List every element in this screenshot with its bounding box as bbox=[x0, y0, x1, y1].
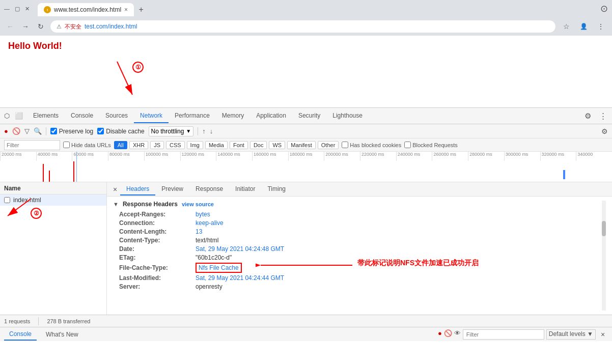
whats-new-tab-label[interactable]: What's New bbox=[41, 329, 84, 340]
ruler-mark: 80000 ms bbox=[108, 152, 144, 161]
filter-ws-btn[interactable]: WS bbox=[269, 141, 285, 149]
details-tab-timing[interactable]: Timing bbox=[261, 183, 292, 195]
back-btn[interactable]: ← bbox=[4, 20, 16, 33]
ruler-mark: 240000 ms bbox=[396, 152, 432, 161]
menu-btn[interactable]: ⋮ bbox=[594, 19, 608, 34]
tab-performance[interactable]: Performance bbox=[169, 109, 216, 123]
filter-other-btn[interactable]: Other bbox=[318, 141, 339, 149]
ruler-mark: 200000 ms bbox=[324, 152, 360, 161]
timeline-bar-3 bbox=[73, 161, 74, 182]
scrollbar-thumb[interactable] bbox=[602, 221, 606, 236]
filter-css-btn[interactable]: CSS bbox=[166, 141, 185, 149]
filter-manifest-btn[interactable]: Manifest bbox=[287, 141, 316, 149]
disable-cache-checkbox[interactable]: Disable cache bbox=[97, 128, 144, 135]
ruler-mark: 160000 ms bbox=[252, 152, 288, 161]
timeline-bar-1 bbox=[43, 164, 44, 182]
devtools-responsive-icon[interactable]: ⬜ bbox=[13, 111, 25, 121]
tab-console[interactable]: Console bbox=[65, 109, 99, 123]
tab-security[interactable]: Security bbox=[292, 109, 326, 123]
devtools-more-icon[interactable]: ⋮ bbox=[596, 110, 610, 122]
console-record-icon[interactable]: ● bbox=[438, 329, 442, 340]
forward-btn[interactable]: → bbox=[19, 20, 32, 33]
console-eye-icon[interactable]: 👁 bbox=[454, 329, 461, 340]
filter-icon[interactable]: ▽ bbox=[24, 127, 30, 135]
clear-btn[interactable]: 🚫 bbox=[12, 127, 20, 135]
search-icon[interactable]: 🔍 bbox=[34, 127, 42, 135]
preserve-log-checkbox[interactable]: Preserve log bbox=[50, 128, 93, 135]
header-row: Server: openresty bbox=[113, 283, 602, 290]
tab-title: www.test.com/index.html bbox=[54, 6, 121, 13]
refresh-btn[interactable]: ↻ bbox=[35, 20, 47, 33]
tab-favicon: t bbox=[44, 6, 51, 13]
svg-line-1 bbox=[117, 62, 132, 95]
details-scrollbar[interactable] bbox=[602, 201, 606, 311]
requests-count: 1 requests bbox=[4, 318, 30, 324]
status-divider bbox=[38, 317, 39, 325]
has-blocked-check[interactable]: Has blocked cookies bbox=[342, 142, 401, 148]
section-toggle-icon[interactable]: ▼ bbox=[113, 201, 119, 207]
close-btn[interactable]: ✕ bbox=[25, 6, 30, 12]
tab-lighthouse[interactable]: Lighthouse bbox=[326, 109, 369, 123]
filter-all-btn[interactable]: All bbox=[114, 141, 127, 149]
filter-xhr-btn[interactable]: XHR bbox=[129, 141, 148, 149]
network-settings-icon[interactable]: ⚙ bbox=[601, 127, 608, 135]
response-headers-title: ▼ Response Headers view source bbox=[113, 201, 602, 208]
tab-memory[interactable]: Memory bbox=[216, 109, 250, 123]
url-display: test.com/index.html bbox=[85, 23, 137, 30]
console-close-btn[interactable]: × bbox=[598, 329, 608, 340]
details-tab-preview[interactable]: Preview bbox=[155, 183, 189, 195]
throttle-select[interactable]: No throttling ▼ bbox=[149, 126, 194, 136]
filter-js-btn[interactable]: JS bbox=[150, 141, 164, 149]
tab-sources[interactable]: Sources bbox=[99, 109, 134, 123]
tab-elements[interactable]: Elements bbox=[27, 109, 65, 123]
timeline-bar-2 bbox=[49, 171, 50, 182]
ruler-mark: 140000 ms bbox=[216, 152, 252, 161]
filter-doc-btn[interactable]: Doc bbox=[250, 141, 267, 149]
annotation-circle-2: ② bbox=[31, 208, 42, 219]
filter-input[interactable] bbox=[4, 140, 60, 150]
timeline-bar-4 bbox=[563, 170, 565, 179]
tab-close-btn[interactable]: × bbox=[124, 6, 128, 13]
transferred-size: 278 B transferred bbox=[47, 318, 90, 324]
browser-tab[interactable]: t www.test.com/index.html × bbox=[38, 3, 134, 16]
blocked-requests-check[interactable]: Blocked Requests bbox=[404, 142, 458, 148]
console-filter-input[interactable] bbox=[463, 329, 544, 340]
url-secure-label: 不安全 bbox=[65, 23, 81, 31]
details-close-btn[interactable]: × bbox=[110, 184, 120, 194]
minimize-btn[interactable]: — bbox=[4, 6, 10, 12]
hide-data-urls-check[interactable]: Hide data URLs bbox=[63, 142, 111, 148]
details-tab-headers[interactable]: Headers bbox=[120, 183, 155, 195]
new-tab-btn[interactable]: + bbox=[134, 3, 148, 16]
details-tab-initiator[interactable]: Initiator bbox=[229, 183, 261, 195]
record-btn[interactable]: ● bbox=[4, 127, 8, 135]
maximize-btn[interactable]: ▢ bbox=[15, 6, 20, 12]
ruler-mark: 180000 ms bbox=[288, 152, 324, 161]
console-level-select[interactable]: Default levels ▼ bbox=[546, 329, 596, 340]
download-icon[interactable]: ↓ bbox=[210, 127, 213, 135]
console-block-icon[interactable]: 🚫 bbox=[444, 329, 452, 340]
profile-icon[interactable]: ⊙ bbox=[600, 3, 608, 14]
tab-network[interactable]: Network bbox=[134, 109, 169, 123]
ruler-mark: 340000 bbox=[576, 152, 612, 161]
upload-icon[interactable]: ↑ bbox=[202, 127, 206, 135]
ruler-mark: 120000 ms bbox=[180, 152, 216, 161]
header-row: Date: Sat, 29 May 2021 04:24:48 GMT bbox=[113, 245, 602, 253]
view-source-btn[interactable]: view source bbox=[182, 201, 214, 207]
account-btn[interactable]: 👤 bbox=[576, 19, 591, 34]
filter-img-btn[interactable]: Img bbox=[187, 141, 203, 149]
console-tab-label[interactable]: Console bbox=[4, 328, 37, 341]
request-item[interactable]: index.html bbox=[0, 194, 106, 206]
tab-application[interactable]: Application bbox=[250, 109, 292, 123]
ruler-mark: 20000 ms bbox=[0, 152, 36, 161]
details-tab-response[interactable]: Response bbox=[189, 183, 229, 195]
ruler-mark: 60000 ms bbox=[72, 152, 108, 161]
bookmark-btn[interactable]: ☆ bbox=[559, 19, 573, 34]
filter-media-btn[interactable]: Media bbox=[205, 141, 228, 149]
header-row: Content-Type: text/html bbox=[113, 237, 602, 244]
devtools-settings-icon[interactable]: ⚙ bbox=[581, 110, 594, 122]
devtools-cursor-icon[interactable]: ⬡ bbox=[2, 111, 12, 121]
header-row: Accept-Ranges: bytes bbox=[113, 211, 602, 218]
header-row: Connection: keep-alive bbox=[113, 219, 602, 227]
header-row: Content-Length: 13 bbox=[113, 228, 602, 235]
filter-font-btn[interactable]: Font bbox=[230, 141, 248, 149]
